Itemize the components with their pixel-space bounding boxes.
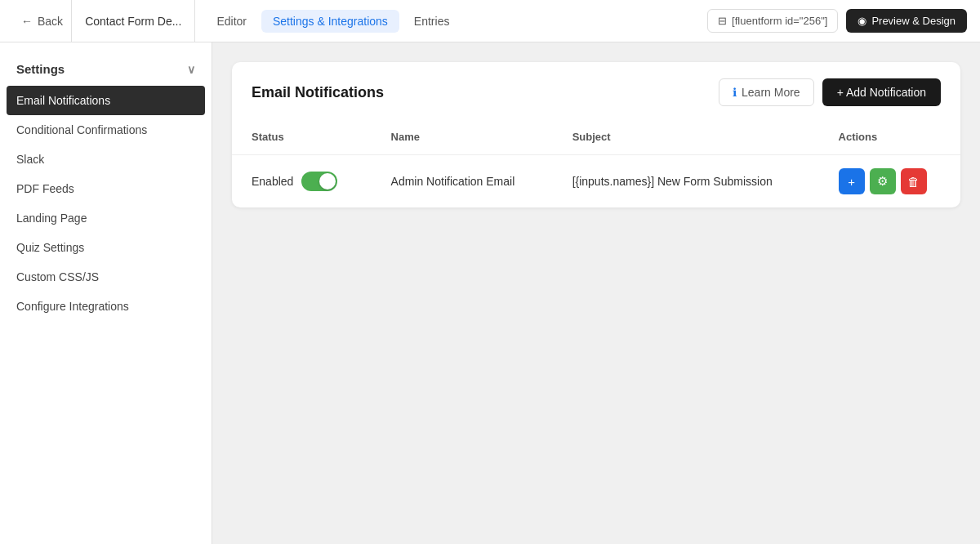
tab-settings-integrations[interactable]: Settings & Integrations: [261, 10, 399, 33]
sidebar-item-landing-page[interactable]: Landing Page: [0, 203, 212, 233]
status-label: Enabled: [252, 175, 293, 188]
plus-icon: +: [848, 175, 855, 189]
table-row: Enabled Admin Notification Email [{input…: [232, 155, 960, 208]
eye-icon: ◉: [858, 15, 866, 27]
sidebar-item-custom-css-js[interactable]: Custom CSS/JS: [0, 262, 212, 292]
settings-button[interactable]: ⚙: [870, 168, 896, 194]
preview-label: Preview & Design: [871, 15, 956, 27]
duplicate-button[interactable]: +: [839, 168, 865, 194]
row-actions: + ⚙ 🗑: [819, 155, 960, 208]
delete-button[interactable]: 🗑: [901, 168, 927, 194]
action-buttons: + ⚙ 🗑: [839, 168, 941, 194]
email-notifications-card: Email Notifications ℹ Learn More + Add N…: [232, 62, 960, 207]
col-header-actions: Actions: [819, 119, 960, 155]
col-header-status: Status: [232, 119, 372, 155]
col-header-subject: Subject: [553, 119, 819, 155]
code-icon: ⊟: [718, 15, 727, 27]
tab-editor[interactable]: Editor: [205, 10, 258, 33]
card-actions: ℹ Learn More + Add Notification: [719, 78, 941, 106]
add-notification-button[interactable]: + Add Notification: [822, 78, 941, 106]
card-title: Email Notifications: [252, 84, 384, 101]
row-status: Enabled: [232, 155, 372, 208]
tab-entries[interactable]: Entries: [403, 10, 461, 33]
back-button[interactable]: ← Back: [13, 10, 71, 33]
toggle-slider: [301, 172, 337, 191]
notifications-table: Status Name Subject Actions Enabled: [232, 119, 960, 207]
sidebar-item-slack[interactable]: Slack: [0, 145, 212, 174]
nav-tabs: Editor Settings & Integrations Entries: [205, 0, 461, 42]
nav-right-actions: ⊟ [fluentform id="256"] ◉ Preview & Desi…: [707, 9, 967, 33]
preview-design-button[interactable]: ◉ Preview & Design: [846, 9, 967, 33]
sidebar: Settings ∨ Email Notifications Condition…: [0, 42, 212, 544]
row-name: Admin Notification Email: [372, 155, 553, 208]
sidebar-section-label: Settings: [16, 62, 65, 76]
chevron-down-icon: ∨: [187, 63, 195, 76]
gear-icon: ⚙: [877, 174, 888, 189]
trash-icon: 🗑: [907, 175, 920, 189]
back-label: Back: [38, 15, 63, 28]
sidebar-section-settings[interactable]: Settings ∨: [0, 56, 212, 86]
shortcode-text: [fluentform id="256"]: [732, 15, 827, 27]
col-header-name: Name: [372, 119, 553, 155]
add-notification-label: + Add Notification: [837, 86, 926, 99]
info-circle-icon: ℹ: [733, 86, 737, 99]
main-content: Email Notifications ℹ Learn More + Add N…: [212, 42, 980, 544]
row-subject: [{inputs.names}] New Form Submission: [553, 155, 819, 208]
card-header: Email Notifications ℹ Learn More + Add N…: [232, 62, 960, 119]
sidebar-item-conditional-confirmations[interactable]: Conditional Confirmations: [0, 115, 212, 145]
main-layout: Settings ∨ Email Notifications Condition…: [0, 42, 980, 544]
sidebar-item-quiz-settings[interactable]: Quiz Settings: [0, 233, 212, 262]
back-arrow-icon: ←: [21, 15, 33, 28]
shortcode-badge[interactable]: ⊟ [fluentform id="256"]: [707, 9, 838, 33]
sidebar-item-email-notifications[interactable]: Email Notifications: [7, 86, 205, 115]
learn-more-button[interactable]: ℹ Learn More: [719, 78, 814, 106]
enabled-toggle[interactable]: [301, 172, 337, 191]
sidebar-item-pdf-feeds[interactable]: PDF Feeds: [0, 174, 212, 203]
sidebar-item-configure-integrations[interactable]: Configure Integrations: [0, 292, 212, 321]
learn-more-label: Learn More: [742, 86, 800, 99]
form-title: Contact Form De...: [71, 0, 195, 42]
top-navigation: ← Back Contact Form De... Editor Setting…: [0, 0, 980, 42]
